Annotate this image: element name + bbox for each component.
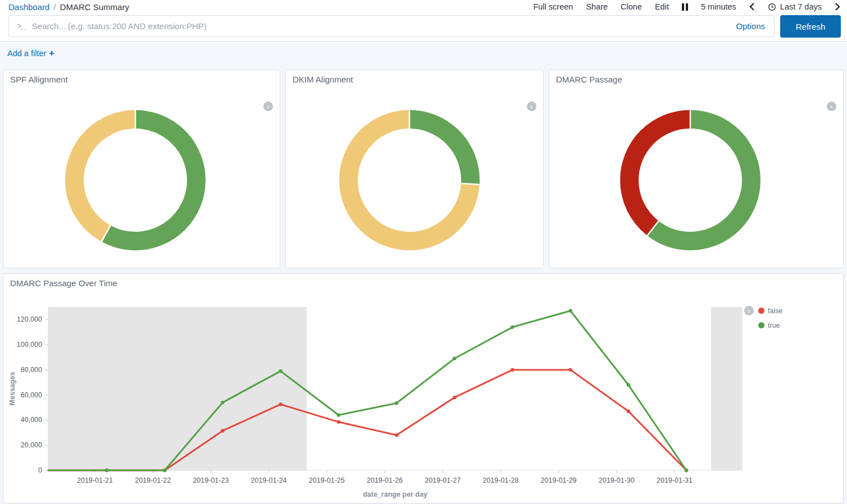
- dashboard-content: Add a filter + SPF Allignment ‹ DKIM Ali…: [0, 41, 847, 504]
- clock-icon: [768, 3, 776, 11]
- options-link[interactable]: Options: [736, 21, 765, 31]
- donut-slices: [630, 120, 752, 241]
- y-tick-label: 80,000: [21, 366, 42, 374]
- donut-slices: [75, 120, 197, 241]
- x-axis: 2019-01-212019-01-222019-01-232019-01-24…: [77, 470, 693, 484]
- top-navigation-bar: Dashboard / DMARC Summary Full screen Sh…: [0, 0, 847, 13]
- y-tick-label: 100,000: [17, 341, 42, 349]
- partial-bucket-band: [711, 307, 742, 470]
- legend-item-true[interactable]: true: [758, 322, 780, 329]
- x-tick-label: 2019-01-31: [657, 476, 693, 484]
- data-point-false: [568, 368, 572, 372]
- legend-expand-icon[interactable]: ‹: [827, 102, 836, 111]
- add-filter-link[interactable]: Add a filter +: [7, 48, 54, 58]
- legend-label-false: false: [768, 307, 782, 315]
- data-point-true: [627, 383, 630, 387]
- time-range-button[interactable]: Last 7 days: [768, 2, 822, 11]
- x-tick-label: 2019-01-28: [482, 476, 518, 484]
- legend-dot-false: [758, 308, 764, 314]
- partial-bucket-band: [48, 307, 307, 470]
- data-point-true: [511, 326, 514, 329]
- breadcrumb-dashboard-link[interactable]: Dashboard: [8, 2, 49, 12]
- legend-collapse-icon[interactable]: ›: [744, 306, 754, 315]
- y-tick-label: 20,000: [21, 441, 42, 449]
- plus-icon: +: [49, 48, 54, 58]
- refresh-button[interactable]: Refresh: [780, 15, 841, 38]
- menu-item-full-screen[interactable]: Full screen: [533, 2, 573, 11]
- panel-spf-alignment: SPF Allignment ‹: [3, 70, 280, 268]
- panel-dkim-alignment: DKIM Alignment ‹: [285, 70, 544, 268]
- data-point-false: [627, 410, 630, 413]
- data-point-false: [453, 396, 456, 399]
- panel-title-spf: SPF Allignment: [3, 70, 280, 89]
- panel-title-timeseries: DMARC Passage Over Time: [3, 274, 124, 292]
- dkim-donut-chart[interactable]: [336, 107, 482, 253]
- data-point-false: [337, 420, 340, 424]
- y-tick-label: 0: [38, 466, 42, 474]
- legend-item-false[interactable]: false: [758, 307, 782, 315]
- legend-label-true: true: [768, 322, 780, 329]
- spf-donut-chart[interactable]: [62, 107, 208, 253]
- x-tick-label: 2019-01-21: [77, 476, 113, 484]
- chart-legend: › false true: [744, 306, 782, 335]
- panel-dmarc-passage: DMARC Passage ‹: [549, 70, 844, 268]
- x-tick-label: 2019-01-22: [135, 476, 171, 484]
- x-tick-label: 2019-01-23: [193, 476, 229, 484]
- chevron-right-icon[interactable]: [835, 2, 840, 11]
- data-point-true: [685, 469, 688, 472]
- x-tick-label: 2019-01-27: [425, 476, 461, 484]
- menu-item-clone[interactable]: Clone: [621, 2, 642, 11]
- chevron-left-icon[interactable]: [749, 2, 755, 11]
- time-range-label: Last 7 days: [780, 2, 822, 11]
- data-point-true: [105, 469, 108, 472]
- timeseries-chart[interactable]: 020,00040,00060,00080,000100,000120,0002…: [3, 274, 843, 503]
- data-point-true: [279, 369, 282, 373]
- data-point-false: [511, 368, 514, 372]
- y-axis-title: Messages: [8, 372, 16, 406]
- data-point-true: [337, 413, 340, 416]
- x-tick-label: 2019-01-24: [251, 476, 287, 484]
- dmarc-donut-chart[interactable]: [617, 107, 763, 253]
- data-point-true: [163, 469, 166, 472]
- menu-item-share[interactable]: Share: [586, 2, 608, 11]
- pause-icon[interactable]: [682, 3, 688, 11]
- refresh-interval-button[interactable]: 5 minutes: [701, 2, 736, 11]
- add-filter-label: Add a filter: [7, 49, 46, 58]
- data-point-false: [279, 402, 282, 406]
- data-point-false: [395, 433, 398, 437]
- y-tick-label: 40,000: [21, 416, 42, 424]
- panel-title-dmarc: DMARC Passage: [549, 70, 843, 89]
- x-tick-label: 2019-01-25: [309, 476, 345, 484]
- legend-expand-icon[interactable]: ‹: [527, 102, 536, 111]
- donut-slices: [349, 120, 471, 241]
- x-tick-label: 2019-01-29: [541, 476, 577, 484]
- data-point-true: [395, 401, 398, 405]
- data-point-true: [221, 401, 224, 404]
- y-tick-label: 60,000: [21, 391, 42, 399]
- breadcrumb: Dashboard / DMARC Summary: [8, 2, 129, 12]
- panel-title-dkim: DKIM Alignment: [286, 70, 543, 89]
- x-tick-label: 2019-01-26: [367, 476, 403, 484]
- data-point-true: [453, 357, 456, 360]
- panel-dmarc-passage-over-time: 020,00040,00060,00080,000100,000120,0002…: [3, 273, 844, 503]
- data-point-true: [568, 309, 572, 313]
- menu-item-edit[interactable]: Edit: [655, 2, 669, 11]
- legend-dot-true: [758, 322, 764, 328]
- x-tick-label: 2019-01-30: [599, 476, 635, 484]
- top-menu: Full screen Share Clone Edit 5 minutes L…: [533, 2, 840, 11]
- query-bar: >_ Options: [8, 15, 775, 37]
- search-input[interactable]: [32, 21, 736, 31]
- legend-expand-icon[interactable]: ‹: [263, 102, 273, 111]
- query-bar-row: >_ Options Refresh: [0, 13, 847, 41]
- y-axis: 020,00040,00060,00080,000100,000120,000: [17, 315, 48, 474]
- page-title: DMARC Summary: [60, 2, 129, 12]
- data-point-false: [221, 429, 224, 432]
- breadcrumb-separator: /: [53, 2, 56, 12]
- y-tick-label: 120,000: [17, 315, 42, 323]
- x-axis-title: date_range per day: [363, 491, 427, 498]
- query-prompt-icon: >_: [17, 22, 25, 31]
